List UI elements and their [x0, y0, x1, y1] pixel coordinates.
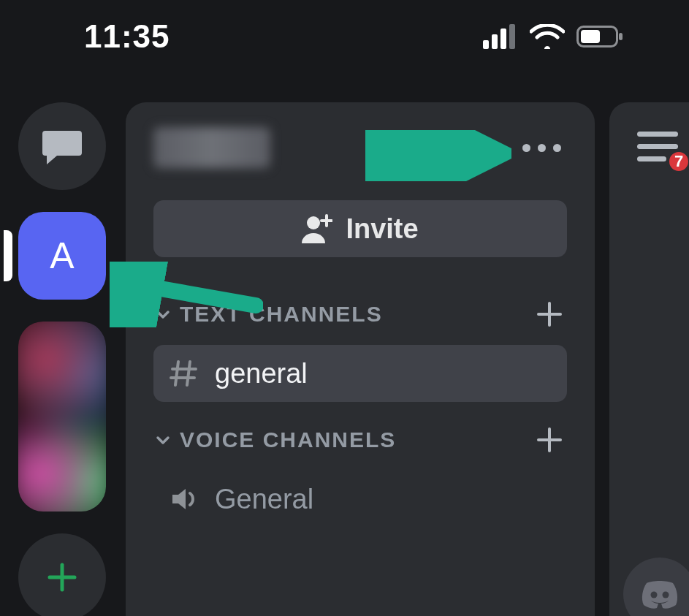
voice-channel-row[interactable]: General	[153, 471, 567, 528]
svg-rect-0	[483, 40, 489, 49]
cellular-icon	[483, 24, 518, 49]
server-selected[interactable]: A	[18, 212, 106, 300]
discord-icon	[639, 579, 680, 609]
battery-icon	[576, 26, 623, 47]
voice-channels-header[interactable]: VOICE CHANNELS	[153, 422, 567, 457]
server-avatar-blur	[18, 322, 106, 512]
voice-channels-label: VOICE CHANNELS	[180, 427, 396, 452]
invite-label: Invite	[346, 213, 418, 245]
chevron-down-icon	[155, 306, 171, 322]
discord-fab[interactable]	[623, 558, 689, 616]
svg-rect-5	[581, 30, 600, 43]
ellipsis-icon	[522, 144, 530, 152]
plus-icon	[536, 300, 563, 328]
invite-button[interactable]: Invite	[153, 200, 567, 257]
channel-name: general	[215, 358, 308, 389]
add-user-icon	[302, 214, 332, 243]
add-text-channel-button[interactable]	[532, 297, 567, 332]
status-time: 11:35	[84, 18, 170, 55]
server-panel: Invite TEXT CHANNELS general	[126, 102, 595, 616]
text-channels-label: TEXT CHANNELS	[180, 302, 383, 327]
chevron-down-icon	[155, 432, 171, 448]
hamburger-icon	[637, 132, 678, 137]
hash-icon	[170, 359, 199, 388]
dm-button[interactable]	[18, 102, 106, 190]
status-bar: 11:35	[0, 0, 689, 80]
svg-point-16	[651, 592, 658, 598]
svg-rect-6	[619, 33, 623, 40]
wifi-icon	[530, 24, 565, 49]
svg-rect-3	[509, 24, 515, 49]
server-header	[153, 127, 567, 168]
selected-indicator	[4, 230, 12, 281]
server-more-button[interactable]	[517, 138, 567, 158]
server-rail: A	[0, 102, 124, 616]
add-server-button[interactable]	[18, 533, 106, 616]
server-letter: A	[50, 235, 74, 277]
add-voice-channel-button[interactable]	[532, 422, 567, 457]
notification-badge: 7	[666, 149, 689, 174]
chat-icon	[41, 128, 83, 164]
server-item[interactable]	[18, 322, 106, 512]
speaker-icon	[170, 484, 199, 514]
plus-icon	[42, 558, 82, 597]
text-channels-header[interactable]: TEXT CHANNELS	[153, 297, 567, 332]
server-name-redacted	[153, 127, 270, 168]
text-channel-row[interactable]: general	[153, 345, 567, 402]
svg-point-9	[307, 216, 320, 229]
svg-rect-2	[500, 28, 506, 49]
svg-point-17	[663, 592, 669, 598]
status-icons	[483, 24, 623, 49]
plus-icon	[536, 426, 563, 454]
right-pane: 7	[609, 102, 689, 616]
channel-name: General	[215, 484, 313, 515]
svg-rect-1	[492, 34, 498, 49]
